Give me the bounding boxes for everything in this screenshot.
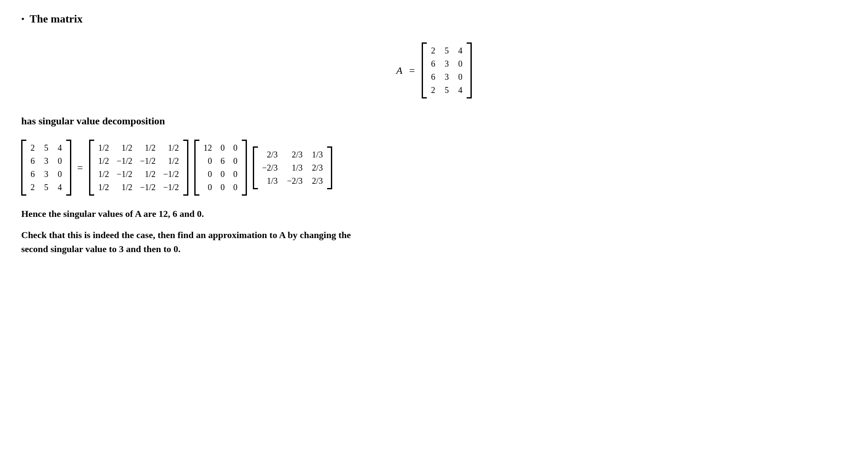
- cell-a-3-2: 4: [458, 85, 462, 95]
- matrix-a-cells: 2 5 4 6 3 0 6 3 0 2 5 4: [428, 42, 465, 98]
- svd-u-cells: 1/2 1/2 1/2 1/2 1/2 −1/2 −1/2 1/2 1/2 −1…: [96, 140, 182, 196]
- bracket-right-svd-left: [66, 140, 71, 196]
- bracket-right-vt: [327, 146, 332, 189]
- cell-a-0-0: 2: [431, 46, 435, 56]
- section-title: The matrix: [30, 13, 83, 25]
- bracket-right-a: [467, 42, 472, 98]
- svd-vt-matrix: 2/3 2/3 1/3 −2/3 1/3 2/3 1/3 −2/3 2/3: [253, 146, 332, 189]
- svd-sigma-cells: 12 0 0 0 6 0 0 0 0 0 0 0: [201, 140, 240, 196]
- cell-a-1-2: 0: [458, 59, 462, 69]
- bracket-left-a: [422, 42, 427, 98]
- svd-left-matrix: 2 5 4 6 3 0 6 3 0 2 5 4: [21, 140, 71, 196]
- cell-a-0-2: 4: [458, 46, 462, 56]
- matrix-label-a: A: [396, 65, 403, 76]
- equals-sign-svd: =: [77, 162, 83, 174]
- bracket-left-svd-left: [21, 140, 26, 196]
- bullet-point: •: [21, 14, 25, 25]
- bracket-right-u: [183, 140, 188, 196]
- cell-a-1-1: 3: [445, 59, 449, 69]
- equals-sign-1: =: [409, 65, 415, 76]
- matrix-a: 2 5 4 6 3 0 6 3 0 2 5 4: [422, 42, 472, 98]
- check-line-1: Check that this is indeed the case, then…: [21, 230, 351, 240]
- cell-a-3-0: 2: [431, 85, 435, 95]
- conclusion-text: Hence the singular values of A are 12, 6…: [21, 208, 847, 219]
- svd-left-cells: 2 5 4 6 3 0 6 3 0 2 5 4: [28, 140, 64, 196]
- svd-equation: 2 5 4 6 3 0 6 3 0 2 5 4 = 1/2 1/2 1/2 1/…: [21, 140, 847, 196]
- check-text-block: Check that this is indeed the case, then…: [21, 228, 403, 256]
- cell-a-3-1: 5: [445, 85, 449, 95]
- bracket-right-sigma: [242, 140, 247, 196]
- svd-vt-cells: 2/3 2/3 1/3 −2/3 1/3 2/3 1/3 −2/3 2/3: [260, 146, 325, 189]
- cell-a-2-0: 6: [431, 72, 435, 82]
- bracket-left-sigma: [194, 140, 199, 196]
- bracket-left-u: [89, 140, 94, 196]
- cell-a-1-0: 6: [431, 59, 435, 69]
- header-section: • The matrix: [21, 13, 847, 25]
- bracket-left-vt: [253, 146, 258, 189]
- check-line-2: second singular value to 3 and then to 0…: [21, 244, 180, 254]
- cell-a-0-1: 5: [445, 46, 449, 56]
- cell-a-2-1: 3: [445, 72, 449, 82]
- svd-u-matrix: 1/2 1/2 1/2 1/2 1/2 −1/2 −1/2 1/2 1/2 −1…: [89, 140, 188, 196]
- svd-sigma-matrix: 12 0 0 0 6 0 0 0 0 0 0 0: [194, 140, 247, 196]
- svd-section-label: has singular value decomposition: [21, 115, 847, 127]
- cell-a-2-2: 0: [458, 72, 462, 82]
- matrix-a-equation: A = 2 5 4 6 3 0 6 3 0 2 5 4: [21, 42, 847, 98]
